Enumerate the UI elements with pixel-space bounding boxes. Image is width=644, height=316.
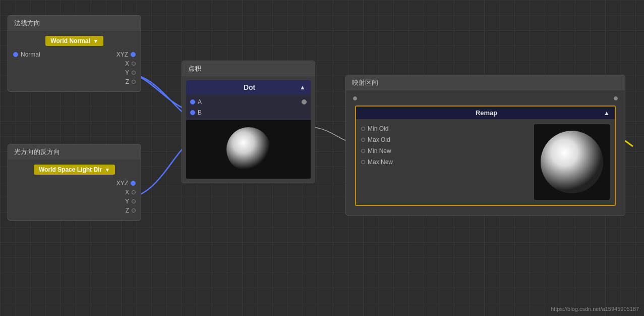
remap-inner-title: Remap (369, 109, 604, 117)
dropdown-arrow-icon2: ▼ (105, 167, 110, 173)
remap-sphere-svg (537, 127, 607, 197)
svg-point-1 (541, 131, 603, 193)
label-y2: Y (125, 198, 129, 205)
dot-node: 点积 Dot ▲ A B (182, 61, 315, 183)
remap-port-min-old: Min Old (361, 124, 529, 133)
port-a (190, 99, 195, 104)
remap-preview (534, 124, 610, 200)
dot-title: Dot (199, 83, 300, 91)
port-right-xyz2 (131, 181, 136, 186)
port-light-x: X (13, 188, 136, 197)
dot-port-a: A (190, 97, 307, 107)
remap-inner-header: Remap ▲ (356, 107, 615, 119)
label-xyz1: XYZ (116, 51, 128, 58)
svg-point-0 (226, 127, 271, 172)
port-normal-xyz: Normal XYZ (13, 50, 136, 59)
remap-port-top-right (614, 96, 618, 100)
remap-port-top-left (353, 96, 357, 100)
label-b: B (198, 109, 202, 116)
label-normal: Normal (21, 51, 40, 58)
label-x1: X (125, 60, 129, 67)
port-light-z: Z (13, 206, 136, 215)
port-light-xyz: XYZ (13, 179, 136, 188)
port-max-old (361, 138, 365, 142)
remap-ports-col: Min Old Max Old Min New (361, 124, 529, 200)
dot-header: Dot ▲ (186, 80, 311, 94)
port-right-z2 (132, 208, 136, 213)
label-a: A (198, 98, 202, 106)
label-z1: Z (126, 78, 129, 85)
world-normal-button[interactable]: World Normal ▼ (45, 36, 103, 46)
remap-top-ports (351, 95, 620, 101)
dot-preview (186, 120, 311, 179)
port-min-new (361, 149, 365, 153)
port-right-xyz (131, 52, 136, 57)
port-left-normal (13, 52, 18, 57)
port-a-right (302, 99, 307, 104)
port-right-y2 (132, 199, 136, 203)
port-x: X (13, 59, 136, 68)
remap-outer-title: 映射区间 (346, 75, 625, 90)
port-z: Z (13, 77, 136, 86)
port-right-y (132, 71, 136, 75)
world-normal-btn-label: World Normal (50, 37, 90, 44)
remap-collapse-icon[interactable]: ▲ (604, 110, 610, 117)
port-right-x (132, 62, 136, 66)
remap-inner-body: Min Old Max Old Min New (356, 119, 615, 205)
remap-port-min-new: Min New (361, 146, 529, 155)
watermark: https://blog.csdn.net/a15945905187 (551, 306, 639, 312)
dot-outer-title: 点积 (182, 61, 315, 76)
world-normal-node: 法线方向 World Normal ▼ Normal XYZ X (8, 15, 141, 92)
remap-outer-node: 映射区间 Remap ▲ Min Old (345, 75, 625, 216)
port-b (190, 110, 195, 115)
port-y: Y (13, 68, 136, 77)
port-min-old (361, 127, 365, 131)
light-dir-button[interactable]: World Space Light Dir ▼ (34, 165, 115, 175)
light-dir-node: 光方向的反方向 World Space Light Dir ▼ XYZ X Y (8, 144, 141, 221)
label-max-new: Max New (368, 159, 393, 166)
light-dir-title: 光方向的反方向 (8, 144, 141, 160)
remap-port-max-new: Max New (361, 157, 529, 167)
label-min-old: Min Old (368, 125, 388, 132)
label-xyz2: XYZ (116, 180, 128, 187)
port-max-new (361, 160, 365, 164)
remap-port-max-old: Max Old (361, 135, 529, 144)
port-light-y: Y (13, 197, 136, 206)
port-right-z (132, 80, 136, 84)
remap-sphere-container (534, 124, 610, 200)
label-z2: Z (126, 207, 129, 214)
label-y1: Y (125, 69, 129, 76)
collapse-icon[interactable]: ▲ (300, 84, 306, 91)
dropdown-arrow-icon: ▼ (93, 38, 98, 44)
remap-inner-box: Remap ▲ Min Old Max Old (355, 106, 616, 206)
port-right-x2 (132, 190, 136, 194)
label-min-new: Min New (368, 147, 391, 154)
label-max-old: Max Old (368, 136, 390, 143)
dot-port-b: B (190, 108, 307, 117)
world-normal-title: 法线方向 (8, 16, 141, 31)
dot-sphere-svg (221, 124, 276, 175)
light-dir-btn-label: World Space Light Dir (39, 166, 102, 173)
label-x2: X (125, 189, 129, 196)
